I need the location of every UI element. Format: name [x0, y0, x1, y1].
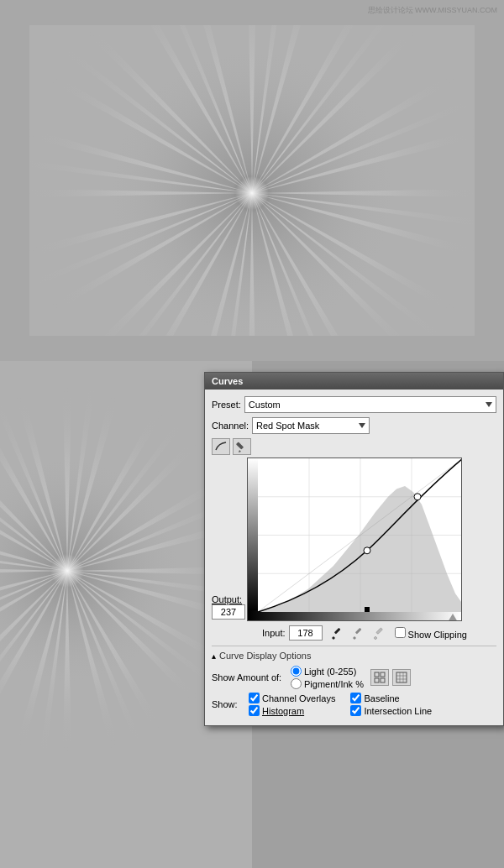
svg-marker-8: [374, 636, 377, 640]
gray-eyedropper-button[interactable]: [349, 625, 367, 641]
svg-rect-13: [396, 672, 407, 682]
curves-dialog: Curves Preset: Custom Channel: Red Spot …: [204, 372, 504, 726]
channel-row: Channel: Red Spot Mask: [212, 417, 496, 434]
pigment-radio-label[interactable]: Pigment/Ink %: [291, 678, 364, 689]
output-label: Output:: [212, 594, 245, 604]
top-image: [29, 25, 475, 336]
intersection-line-label[interactable]: Intersection Line: [350, 705, 437, 716]
show-amount-row: Show Amount of: Light (0-255) Pigment/In…: [212, 666, 496, 689]
input-value-input[interactable]: [289, 625, 323, 641]
show-clipping-checkbox[interactable]: [395, 627, 406, 638]
output-value-input[interactable]: [212, 604, 245, 620]
curves-body: Preset: Custom Channel: Red Spot Mask: [205, 390, 503, 725]
svg-rect-9: [375, 672, 379, 677]
watermark: 思绘设计论坛 WWW.MISSYUAN.COM: [368, 5, 498, 16]
show-checkboxes-grid: Channel Overlays Baseline Histogram Inte…: [249, 693, 446, 716]
black-eyedropper-icon: [330, 626, 344, 640]
burst-image-top: [29, 25, 475, 336]
show-clipping-label: Show Clipping: [395, 627, 467, 640]
preset-label: Preset:: [212, 400, 241, 410]
curve-tool-button[interactable]: [212, 438, 230, 455]
graph-gradient-side: [248, 458, 258, 610]
grid-icons: [370, 669, 411, 686]
white-eyedropper-button[interactable]: [370, 625, 388, 641]
channel-overlays-label[interactable]: Channel Overlays: [249, 693, 335, 703]
svg-rect-7: [375, 628, 382, 635]
light-radio[interactable]: [291, 666, 302, 677]
svg-marker-6: [353, 636, 356, 640]
intersection-line-checkbox[interactable]: [350, 705, 361, 716]
channel-select[interactable]: Red Spot Mask: [252, 417, 370, 434]
curve-icon: [215, 442, 227, 452]
baseline-checkbox[interactable]: [350, 693, 361, 703]
pencil-icon: [236, 441, 248, 452]
radio-group: Light (0-255) Pigment/Ink %: [291, 666, 364, 689]
svg-rect-10: [381, 672, 385, 677]
curves-titlebar: Curves: [205, 373, 503, 390]
svg-rect-12: [381, 678, 385, 682]
chevron-icon: ▴: [212, 651, 216, 661]
baseline-label[interactable]: Baseline: [350, 693, 437, 703]
display-options-title: Curve Display Options: [219, 651, 311, 661]
display-options-header: ▴ Curve Display Options: [212, 646, 496, 661]
graph-plot-area[interactable]: [258, 458, 461, 610]
small-grid-button[interactable]: [370, 669, 389, 686]
svg-rect-11: [375, 678, 379, 682]
pigment-radio[interactable]: [291, 678, 302, 689]
svg-rect-5: [354, 628, 361, 635]
large-grid-icon: [396, 672, 407, 683]
gray-eyedropper-icon: [351, 626, 365, 640]
curves-canvas[interactable]: [258, 458, 462, 612]
channel-overlays-checkbox[interactable]: [249, 693, 260, 703]
curves-graph-container: Output:: [212, 458, 496, 621]
preset-row: Preset: Custom: [212, 396, 496, 413]
eyedropper-icons: [328, 625, 388, 641]
small-grid-icon: [374, 672, 386, 683]
input-label: Input:: [262, 628, 286, 638]
curves-title: Curves: [212, 376, 243, 386]
input-row: Input:: [212, 625, 496, 641]
svg-marker-2: [239, 450, 241, 452]
svg-marker-4: [332, 636, 335, 640]
pencil-tool-button[interactable]: [233, 438, 251, 455]
channel-label: Channel:: [212, 421, 249, 431]
curves-graph[interactable]: [247, 458, 462, 621]
large-grid-button[interactable]: [392, 669, 411, 686]
triangle-indicator: [448, 614, 458, 621]
svg-rect-1: [236, 442, 244, 449]
svg-rect-3: [333, 628, 340, 635]
preset-select[interactable]: Custom: [244, 396, 496, 413]
black-eyedropper-button[interactable]: [328, 625, 346, 641]
light-radio-label[interactable]: Light (0-255): [291, 666, 364, 677]
tool-icons-row: [212, 438, 496, 455]
show-amount-label: Show Amount of:: [212, 672, 287, 682]
show-label: Show:: [212, 699, 245, 709]
show-checkboxes-row: Show: Channel Overlays Baseline Histogra…: [212, 693, 496, 716]
white-eyedropper-icon: [372, 626, 386, 640]
histogram-label[interactable]: Histogram: [249, 705, 335, 716]
top-canvas-area: [0, 0, 504, 361]
output-area: Output:: [212, 458, 245, 621]
histogram-checkbox[interactable]: [249, 705, 260, 716]
